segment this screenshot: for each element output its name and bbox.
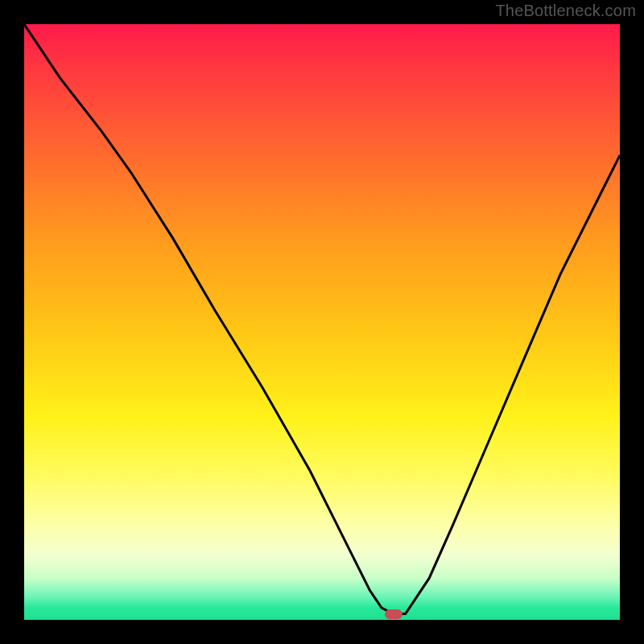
chart-frame: TheBottleneck.com [0, 0, 644, 644]
optimal-marker [385, 609, 402, 619]
bottleneck-curve [24, 24, 620, 620]
watermark-text: TheBottleneck.com [495, 2, 636, 20]
plot-area [24, 24, 620, 620]
curve-path [24, 24, 620, 614]
